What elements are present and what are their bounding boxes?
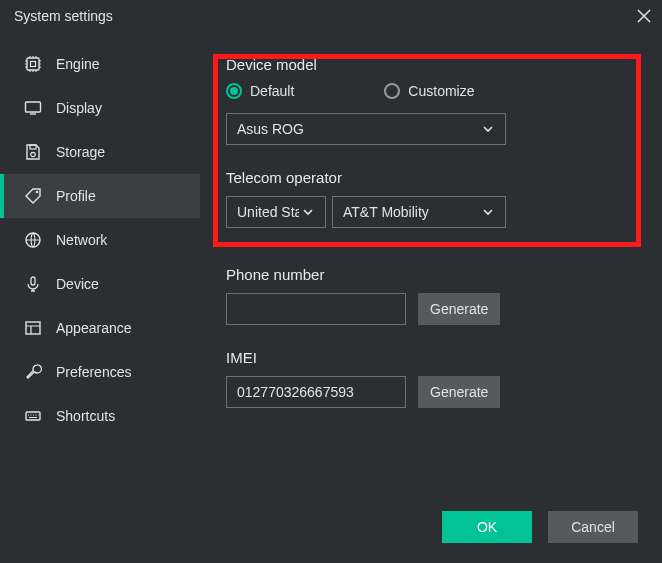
close-icon[interactable] <box>634 6 654 26</box>
sidebar-item-display[interactable]: Display <box>0 86 200 130</box>
save-icon <box>24 143 42 161</box>
device-model-radio-group: Default Customize <box>226 83 634 99</box>
telecom-operator-select[interactable]: AT&T Mobility <box>332 196 506 228</box>
phone-title: Phone number <box>226 266 634 283</box>
imei-input[interactable] <box>226 376 406 408</box>
content-area: Device model Default Customize Asus ROG <box>200 32 662 563</box>
display-icon <box>24 99 42 117</box>
phone-input[interactable] <box>226 293 406 325</box>
mic-icon <box>24 275 42 293</box>
wrench-icon <box>24 363 42 381</box>
sidebar-item-label: Display <box>56 100 102 116</box>
sidebar-item-label: Shortcuts <box>56 408 115 424</box>
window-title: System settings <box>14 8 113 24</box>
radio-default[interactable]: Default <box>226 83 294 99</box>
svg-rect-2 <box>26 102 41 112</box>
telecom-row: United States AT&T Mobility <box>226 196 634 228</box>
body: Engine Display Storage Profile <box>0 32 662 563</box>
svg-rect-1 <box>31 62 36 67</box>
sidebar-item-profile[interactable]: Profile <box>0 174 200 218</box>
telecom-country-select[interactable]: United States <box>226 196 326 228</box>
svg-point-5 <box>36 191 39 194</box>
phone-generate-button[interactable]: Generate <box>418 293 500 325</box>
cancel-button[interactable]: Cancel <box>548 511 638 543</box>
sidebar-item-engine[interactable]: Engine <box>0 42 200 86</box>
imei-generate-button[interactable]: Generate <box>418 376 500 408</box>
device-model-title: Device model <box>226 56 634 73</box>
chevron-down-icon <box>301 205 315 219</box>
imei-title: IMEI <box>226 349 634 366</box>
sidebar-item-label: Engine <box>56 56 100 72</box>
svg-rect-0 <box>27 58 39 70</box>
ok-button[interactable]: OK <box>442 511 532 543</box>
svg-rect-9 <box>26 412 40 420</box>
layout-icon <box>24 319 42 337</box>
chevron-down-icon <box>481 122 495 136</box>
radio-customize[interactable]: Customize <box>384 83 474 99</box>
sidebar-item-label: Preferences <box>56 364 131 380</box>
sidebar-item-label: Network <box>56 232 107 248</box>
sidebar-item-label: Device <box>56 276 99 292</box>
footer: OK Cancel <box>442 511 638 543</box>
settings-window: System settings Engine Display <box>0 0 662 563</box>
sidebar-item-preferences[interactable]: Preferences <box>0 350 200 394</box>
device-model-select[interactable]: Asus ROG <box>226 113 506 145</box>
cpu-icon <box>24 55 42 73</box>
sidebar-item-storage[interactable]: Storage <box>0 130 200 174</box>
select-value: United States <box>237 204 299 220</box>
tag-icon <box>24 187 42 205</box>
svg-rect-8 <box>26 322 40 334</box>
svg-rect-7 <box>31 277 35 285</box>
chevron-down-icon <box>481 205 495 219</box>
select-value: AT&T Mobility <box>343 204 429 220</box>
globe-icon <box>24 231 42 249</box>
svg-point-4 <box>31 152 35 156</box>
sidebar: Engine Display Storage Profile <box>0 32 200 563</box>
select-value: Asus ROG <box>237 121 304 137</box>
radio-label: Default <box>250 83 294 99</box>
telecom-title: Telecom operator <box>226 169 634 186</box>
keyboard-icon <box>24 407 42 425</box>
sidebar-item-shortcuts[interactable]: Shortcuts <box>0 394 200 438</box>
titlebar: System settings <box>0 0 662 32</box>
phone-row: Generate <box>226 293 634 325</box>
sidebar-item-network[interactable]: Network <box>0 218 200 262</box>
radio-label: Customize <box>408 83 474 99</box>
sidebar-item-label: Appearance <box>56 320 132 336</box>
sidebar-item-appearance[interactable]: Appearance <box>0 306 200 350</box>
sidebar-item-label: Profile <box>56 188 96 204</box>
imei-row: Generate <box>226 376 634 408</box>
sidebar-item-device[interactable]: Device <box>0 262 200 306</box>
sidebar-item-label: Storage <box>56 144 105 160</box>
